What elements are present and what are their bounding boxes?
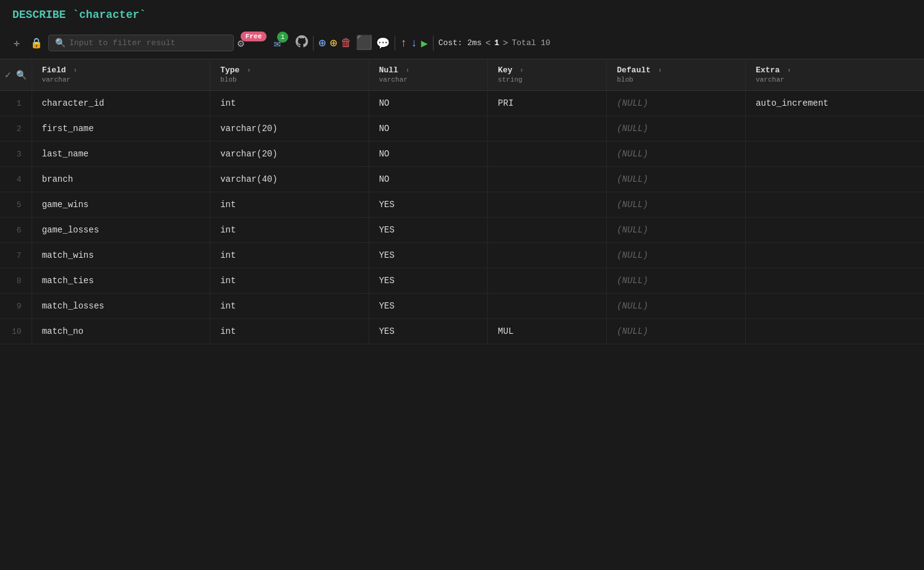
row-field: character_id	[32, 91, 210, 116]
header-extra-sort[interactable]: ⬍	[787, 67, 791, 74]
header-default-label: Default	[617, 66, 651, 75]
row-number: 7	[0, 243, 32, 268]
title-keyword: DESCRIBE	[12, 9, 66, 21]
row-key	[488, 294, 607, 319]
header-extra-sub: varchar	[756, 76, 784, 83]
header-search-icon[interactable]: 🔍	[16, 70, 27, 80]
header-key-sort[interactable]: ⬍	[520, 67, 523, 74]
add-circle-icon[interactable]: ⊕	[319, 35, 326, 51]
header-key-label: Key	[498, 66, 512, 75]
table-row[interactable]: 6game_lossesintYES(NULL)	[0, 218, 924, 243]
row-type: int	[210, 319, 369, 344]
row-extra	[745, 116, 924, 142]
row-number: 8	[0, 268, 32, 294]
header-type-sub: blob	[220, 76, 236, 83]
header-type-sort[interactable]: ⬍	[247, 67, 250, 74]
table-row[interactable]: 7match_winsintYES(NULL)	[0, 243, 924, 268]
row-null: NO	[369, 167, 487, 192]
row-default: (NULL)	[607, 91, 745, 116]
row-default: (NULL)	[607, 167, 745, 192]
row-field: match_wins	[32, 243, 210, 268]
toggle-icon[interactable]: ⬛	[356, 35, 372, 51]
row-field: game_wins	[32, 192, 210, 218]
move-up-icon[interactable]: ↑	[400, 37, 407, 49]
search-icon: 🔍	[55, 38, 66, 48]
header-null-label: Null	[379, 66, 398, 75]
row-type: int	[210, 91, 369, 116]
separator-2	[395, 36, 395, 51]
row-default: (NULL)	[607, 192, 745, 218]
row-default: (NULL)	[607, 294, 745, 319]
table-row[interactable]: 3last_namevarchar(20)NO(NULL)	[0, 142, 924, 167]
header-extra[interactable]: Extra ⬍ varchar	[745, 59, 924, 91]
header-default-sort[interactable]: ⬍	[658, 67, 662, 74]
filter-input[interactable]	[69, 38, 218, 48]
table-row[interactable]: 2first_namevarchar(20)NO(NULL)	[0, 116, 924, 142]
row-null: NO	[369, 142, 487, 167]
page-current: 1	[494, 38, 499, 48]
header-type-label: Type	[220, 66, 239, 75]
row-key	[488, 192, 607, 218]
header-field-sort[interactable]: ⬍	[73, 67, 77, 74]
row-extra	[745, 192, 924, 218]
header-field-sub: varchar	[42, 76, 71, 83]
trash-icon[interactable]: 🗑	[341, 36, 352, 49]
search-box: 🔍	[48, 35, 234, 51]
row-extra	[745, 243, 924, 268]
header-default[interactable]: Default ⬍ blob	[607, 59, 745, 91]
run-icon[interactable]: ▶	[421, 36, 428, 50]
header-type[interactable]: Type ⬍ blob	[210, 59, 369, 91]
table-row[interactable]: 4branchvarchar(40)NO(NULL)	[0, 167, 924, 192]
row-extra	[745, 268, 924, 294]
row-null: YES	[369, 294, 487, 319]
page-next-icon[interactable]: >	[503, 38, 508, 48]
row-type: int	[210, 218, 369, 243]
row-null: YES	[369, 192, 487, 218]
row-number: 1	[0, 91, 32, 116]
row-extra	[745, 167, 924, 192]
page-total: Total 10	[512, 38, 550, 48]
table-row[interactable]: 8match_tiesintYES(NULL)	[0, 268, 924, 294]
row-extra: auto_increment	[745, 91, 924, 116]
row-number: 6	[0, 218, 32, 243]
lock-icon[interactable]: 🔒	[28, 35, 45, 51]
header-null[interactable]: Null ⬍ varchar	[369, 59, 487, 91]
row-field: branch	[32, 167, 210, 192]
move-down-icon[interactable]: ↓	[411, 37, 417, 49]
row-key: MUL	[488, 319, 607, 344]
header-null-sort[interactable]: ⬍	[406, 67, 409, 74]
row-number: 9	[0, 294, 32, 319]
row-default: (NULL)	[607, 142, 745, 167]
row-type: int	[210, 268, 369, 294]
header-field[interactable]: Field ⬍ varchar	[32, 59, 210, 91]
move-icon[interactable]: ✛	[9, 35, 25, 51]
row-key: PRI	[488, 91, 607, 116]
table-header-row: ✓ 🔍 Field ⬍ varchar Type ⬍ blob Null ⬍	[0, 59, 924, 91]
github-icon[interactable]	[296, 35, 308, 51]
row-key	[488, 167, 607, 192]
select-all-checkbox[interactable]: ✓	[5, 69, 11, 81]
row-field: match_ties	[32, 268, 210, 294]
add-yellow-icon[interactable]: ⊕	[330, 35, 337, 51]
row-type: varchar(20)	[210, 116, 369, 142]
header-checkbox-cell: ✓ 🔍	[0, 59, 32, 91]
table-row[interactable]: 9match_lossesintYES(NULL)	[0, 294, 924, 319]
table-row[interactable]: 1character_idintNOPRI(NULL)auto_incremen…	[0, 91, 924, 116]
table-row[interactable]: 10match_nointYESMUL(NULL)	[0, 319, 924, 344]
comment-icon[interactable]: 💬	[376, 36, 390, 50]
row-null: YES	[369, 268, 487, 294]
header-key[interactable]: Key ⬍ string	[488, 59, 607, 91]
pagination: < 1 > Total 10	[486, 38, 550, 48]
row-type: int	[210, 294, 369, 319]
row-key	[488, 116, 607, 142]
row-field: last_name	[32, 142, 210, 167]
row-key	[488, 268, 607, 294]
row-null: YES	[369, 243, 487, 268]
table-row[interactable]: 5game_winsintYES(NULL)	[0, 192, 924, 218]
row-null: NO	[369, 116, 487, 142]
row-null: YES	[369, 319, 487, 344]
toolbar: ✛ 🔒 🔍 ⚙️ Free ✉ 1 ⊕ ⊕ 🗑 ⬛ 💬 ↑ ↓ ▶ Cost: …	[0, 27, 924, 59]
page-prev-icon[interactable]: <	[486, 38, 490, 48]
row-default: (NULL)	[607, 218, 745, 243]
row-field: game_losses	[32, 218, 210, 243]
